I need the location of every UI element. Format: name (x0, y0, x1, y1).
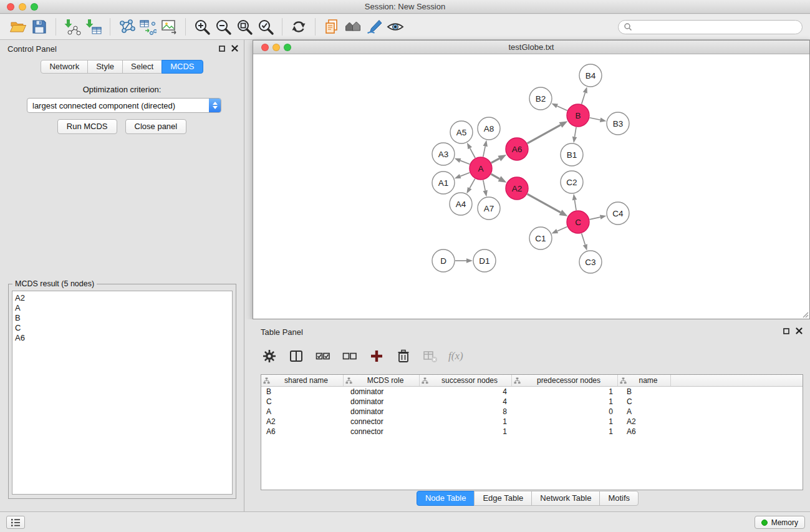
tab-motifs[interactable]: Motifs (599, 491, 639, 506)
float-panel-button[interactable] (219, 46, 225, 52)
graph-node-A[interactable]: A (470, 157, 492, 180)
graph-edge-C-C4[interactable] (590, 217, 600, 220)
tab-select[interactable]: Select (122, 60, 162, 74)
toggle-columns-button[interactable] (287, 347, 305, 365)
column-header-successor-nodes[interactable]: successor nodes (420, 375, 512, 386)
network-from-table-button[interactable] (137, 17, 158, 37)
zoom-selected-button[interactable] (255, 17, 276, 37)
graph-node-A6[interactable]: A6 (506, 138, 528, 160)
layout-button[interactable] (342, 17, 364, 37)
export-image-button[interactable] (158, 17, 180, 37)
mcds-result-item[interactable]: A (12, 303, 232, 313)
graph-edge-C-C2[interactable] (574, 200, 576, 211)
close-panel-button-2[interactable]: Close panel (125, 119, 187, 134)
graph-node-C4[interactable]: C4 (607, 202, 629, 225)
graph-node-D[interactable]: D (432, 249, 455, 272)
optimization-select[interactable]: largest connected component (directed) (27, 98, 221, 113)
table-row[interactable]: A2connector11A2 (261, 417, 803, 427)
graph-edge-A-A7[interactable] (483, 180, 485, 191)
resize-grip[interactable] (801, 311, 809, 318)
graph-node-A2[interactable]: A2 (506, 177, 528, 200)
tab-network-table[interactable]: Network Table (531, 491, 600, 506)
graph-edge-A-A4[interactable] (470, 179, 475, 188)
close-panel-button[interactable] (231, 45, 238, 52)
zoom-in-button[interactable] (191, 17, 213, 37)
graph-edge-A-A2[interactable] (491, 174, 499, 178)
graph-node-A7[interactable]: A7 (478, 197, 500, 220)
graph-edge-A6-B[interactable] (528, 125, 561, 143)
graph-edge-B-B3[interactable] (590, 118, 600, 120)
table-row[interactable]: Cdominator41C (261, 397, 803, 407)
mcds-result-item[interactable]: C (12, 323, 232, 333)
import-network-button[interactable] (62, 17, 83, 37)
import-table-button[interactable] (83, 17, 104, 37)
graph-edge-C-C1[interactable] (557, 227, 567, 231)
mcds-result-item[interactable]: A2 (12, 293, 232, 303)
graph-node-C3[interactable]: C3 (579, 251, 602, 273)
graph-node-C2[interactable]: C2 (561, 171, 583, 193)
column-header-shared-name[interactable]: shared name (261, 375, 344, 386)
save-session-button[interactable] (29, 17, 50, 37)
tab-node-table[interactable]: Node Table (417, 491, 475, 506)
float-table-panel-button[interactable] (783, 328, 789, 334)
new-network-button[interactable] (116, 17, 137, 37)
graph-edge-A-A1[interactable] (460, 173, 470, 177)
minimize-network-button[interactable] (272, 44, 280, 51)
run-mcds-button[interactable]: Run MCDS (57, 119, 117, 134)
delete-table-button[interactable] (422, 347, 439, 365)
graph-node-A1[interactable]: A1 (432, 172, 455, 194)
tab-edge-table[interactable]: Edge Table (474, 491, 532, 506)
network-window-titlebar[interactable]: testGlobe.txt (253, 41, 809, 54)
mcds-result-item[interactable]: A6 (12, 333, 232, 343)
graph-edge-B-B4[interactable] (582, 93, 586, 104)
close-network-button[interactable] (261, 44, 269, 51)
documents-button[interactable] (321, 17, 342, 37)
close-table-panel-button[interactable] (796, 327, 803, 334)
graph-edge-C-C3[interactable] (582, 233, 586, 244)
zoom-network-button[interactable] (284, 44, 291, 51)
column-header-predecessor-nodes[interactable]: predecessor nodes (512, 375, 618, 386)
graph-edge-A2-C[interactable] (528, 194, 561, 212)
minimize-window-button[interactable] (19, 3, 26, 11)
table-row[interactable]: A6connector11A6 (261, 427, 803, 437)
graph-node-B[interactable]: B (567, 104, 589, 127)
graph-node-C1[interactable]: C1 (529, 227, 552, 249)
table-row[interactable]: Bdominator41B (261, 387, 803, 397)
select-all-button[interactable] (314, 347, 332, 365)
graph-node-B1[interactable]: B1 (561, 143, 583, 166)
memory-button[interactable]: Memory (755, 516, 805, 529)
graph-node-B3[interactable]: B3 (607, 112, 629, 135)
refresh-view-button[interactable] (288, 17, 309, 37)
graph-edge-A-A6[interactable] (491, 158, 499, 163)
graph-node-B4[interactable]: B4 (579, 64, 602, 87)
graph-edge-B-B2[interactable] (557, 106, 567, 110)
zoom-window-button[interactable] (31, 3, 38, 11)
graph-node-C[interactable]: C (567, 211, 589, 233)
close-window-button[interactable] (7, 3, 14, 11)
tab-mcds[interactable]: MCDS (162, 60, 203, 74)
graph-node-A4[interactable]: A4 (450, 193, 472, 215)
column-header-MCDS-role[interactable]: MCDS role (344, 375, 420, 386)
deselect-all-button[interactable] (341, 347, 359, 365)
task-history-button[interactable] (6, 516, 25, 529)
mcds-result-item[interactable]: B (12, 313, 232, 323)
graph-edge-A-A8[interactable] (483, 146, 485, 157)
graph-node-A3[interactable]: A3 (432, 143, 455, 165)
mcds-result-list[interactable]: A2ABCA6 (12, 291, 233, 495)
graph-node-A8[interactable]: A8 (478, 117, 500, 140)
graph-node-A5[interactable]: A5 (450, 121, 473, 143)
function-builder-button[interactable]: f(x) (448, 347, 463, 365)
search-input[interactable] (635, 22, 797, 31)
graph-edge-A-A5[interactable] (470, 148, 475, 158)
graph-edge-A-A3[interactable] (460, 160, 470, 164)
tab-style[interactable]: Style (87, 60, 123, 74)
graph-node-B2[interactable]: B2 (529, 87, 552, 110)
tab-network[interactable]: Network (41, 60, 88, 74)
style-button[interactable] (364, 17, 385, 37)
network-canvas[interactable]: B4B2BB3A8A5A6A3B1AC2A1A2A4A7C4CC1C3DD1 (253, 54, 809, 319)
delete-row-button[interactable] (395, 347, 412, 365)
zoom-out-button[interactable] (213, 17, 234, 37)
column-header-name[interactable]: name (618, 375, 671, 386)
add-row-button[interactable] (368, 347, 385, 365)
open-session-button[interactable] (7, 17, 29, 37)
